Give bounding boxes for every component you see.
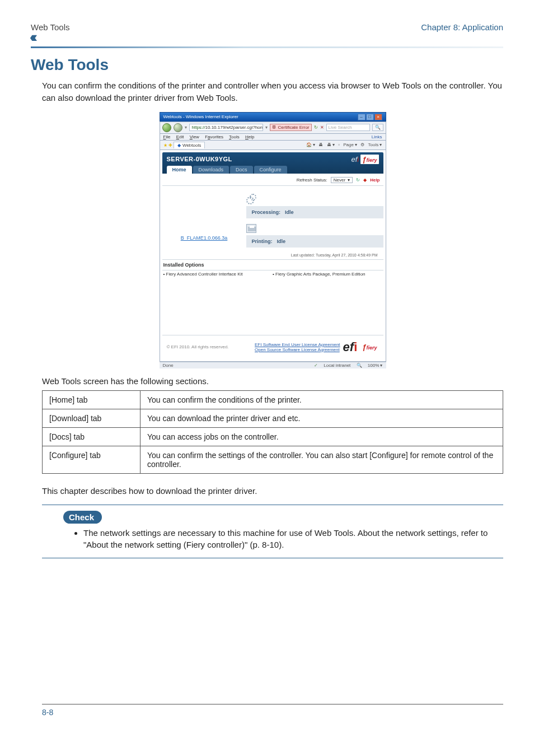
add-favorite-icon[interactable]: ✚ [168,143,172,148]
table-cell: [Home] tab [43,390,140,409]
refresh-label: Refresh Status: [297,178,327,183]
favorites-icon[interactable]: ★ [163,143,167,148]
installed-options-header: Installed Options [162,259,383,270]
print-icon[interactable]: 🖶 ▾ [327,142,335,147]
tab-downloads[interactable]: Downloads [193,166,229,174]
menu-view[interactable]: View [190,134,199,139]
feed-icon[interactable]: 🖶 [318,142,323,147]
window-buttons[interactable]: –□× [357,114,382,120]
sections-table: [Home] tab You can confirm the condition… [42,390,503,474]
section-heading: Web Tools [31,56,503,74]
refresh-icon[interactable]: ↻ [314,125,318,130]
printing-status: Printing: Idle [246,235,383,248]
chapter-note: This chapter describes how to download t… [42,486,503,496]
links-label[interactable]: Links [372,134,382,139]
running-head-right: Chapter 8: Application [421,22,503,32]
check-label: Check [63,511,102,524]
tab-home[interactable]: Home [167,166,192,174]
url-text: 10.10.179/wt2parser.cgi?home_en [205,125,264,130]
window-titlebar: Webtools - Windows Internet Explorer –□× [160,112,386,122]
help-link[interactable]: Help [370,178,380,183]
intranet-icon: ✓ [314,363,318,368]
browser-tab[interactable]: ◆ Webtools [174,142,205,148]
ie-status-bar: Done ✓ Local intranet 🔍 100% ▾ [160,362,386,368]
table-row: [Home] tab You can confirm the condition… [43,390,503,409]
page-menu[interactable]: ▫ Page ▾ [338,142,357,147]
heading-rule [31,46,503,48]
tools-menu[interactable]: ⚙ Tools ▾ [360,142,382,147]
maximize-button[interactable]: □ [366,114,374,120]
check-bullet: The network settings are necessary to th… [83,527,500,552]
intro-paragraph: You can confirm the conditions of the pr… [42,80,503,104]
tab-bar: ★ ✚ ◆ Webtools 🏠 ▾ 🖶 🖶 ▾ ▫ Page ▾ ⚙ Tool… [160,140,386,150]
fiery-badge-large-icon: ƒfiery [360,342,378,352]
table-row: [Docs] tab You can access jobs on the co… [43,427,503,446]
printing-icon [246,224,256,233]
status-done: Done [163,363,174,368]
table-lead-text: Web Tools screen has the following secti… [42,376,503,386]
table-row: [Configure] tab You can confirm the sett… [43,446,503,473]
check-callout: Check The network settings are necessary… [42,505,503,559]
table-cell: You can confirm the settings of the cont… [140,446,503,473]
tab-docs[interactable]: Docs [230,166,253,174]
close-button[interactable]: × [374,114,382,120]
webtools-app: SERVER-0WUK9YGL efi ƒfiery Home Download… [160,150,386,362]
tab-icon: ◆ [177,143,181,148]
address-bar: ▾ https://10.10.179/wt2parser.cgi?home_e… [160,122,386,133]
efi-logo-large-icon: efi [343,340,358,354]
table-row: [Download] tab You can download the prin… [43,409,503,427]
table-cell: [Docs] tab [43,427,140,446]
printer-illustration [182,193,227,232]
table-cell: You can access jobs on the controller. [140,427,503,446]
server-name: SERVER-0WUK9YGL [167,156,379,162]
table-cell: You can confirm the conditions of the pr… [140,390,503,409]
refresh-now-icon[interactable]: ↻ [356,178,360,183]
menu-help[interactable]: Help [245,134,254,139]
zoom-level[interactable]: 🔍 100% ▾ [357,363,383,368]
url-field[interactable]: https://10.10.179/wt2parser.cgi?home_en [189,124,264,131]
menu-tools[interactable]: Tools [229,134,240,139]
eula-link-1[interactable]: EFI Software End User License Agreement [255,342,343,347]
help-arrow-icon: ◆ [363,178,367,183]
search-field[interactable]: Live Search [326,124,370,131]
installed-option-2: • Fiery Graphic Arts Package, Premium Ed… [273,272,382,277]
dropdown-icon[interactable]: ▾ [185,125,187,130]
https-prefix: https:// [192,125,205,130]
refresh-select[interactable]: Never▾ [331,177,353,183]
installed-option-1: • Fiery Advanced Controller Interface Ki… [163,272,273,277]
certificate-error[interactable]: ⛨ Certificate Error [270,124,311,131]
back-button[interactable] [162,123,171,132]
search-button[interactable]: 🔍 [372,124,383,131]
footer-rule [42,704,503,704]
minimize-button[interactable]: – [358,114,366,120]
shield-icon: ⛨ [272,125,277,130]
menu-favorites[interactable]: Favorites [205,134,223,139]
page-number: 8-8 [42,708,503,717]
table-cell: [Configure] tab [43,446,140,473]
chevron-down-icon: ▾ [348,178,350,183]
menu-file[interactable]: File [163,134,171,139]
processing-status: Processing: Idle [246,206,383,218]
last-updated: Last updated: Tuesday, April 27, 2010 4:… [246,253,383,257]
webtools-screenshot: Webtools - Windows Internet Explorer –□×… [160,112,386,368]
stop-icon[interactable]: ✕ [320,125,324,130]
home-icon[interactable]: 🏠 ▾ [306,142,315,147]
table-cell: [Download] tab [43,409,140,427]
forward-button[interactable] [174,123,182,132]
menu-edit[interactable]: Edit [176,134,184,139]
processing-icon [246,194,256,204]
running-head-left: Web Tools [31,22,70,32]
nav-arrows: ‹‹‹ [31,33,503,43]
table-cell: You can download the printer driver and … [140,409,503,427]
firmware-link[interactable]: B_FLAME1.0.066.3a [162,235,246,241]
fiery-badge-icon: ƒfiery [360,155,378,164]
efi-logo-icon: efi [352,155,359,164]
eula-link-2[interactable]: Open Source Software License Agreement [255,347,343,352]
menu-bar: File Edit View Favorites Tools Help Link… [160,133,386,140]
window-title: Webtools - Windows Internet Explorer [163,114,238,119]
tab-configure[interactable]: Configure [254,166,287,174]
webtools-header: SERVER-0WUK9YGL efi ƒfiery Home Download… [162,152,383,174]
copyright: © EFI 2010. All rights reserved. [167,344,255,349]
